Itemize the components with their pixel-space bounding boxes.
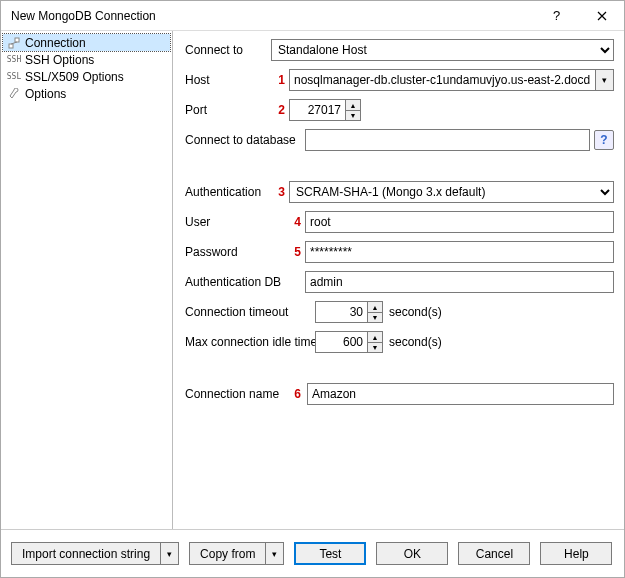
marker-1: 1 xyxy=(271,73,285,87)
import-dropdown-button[interactable]: ▾ xyxy=(161,542,179,565)
copy-from-button[interactable]: Copy from xyxy=(189,542,266,565)
sidebar: Connection SSH SSH Options SSL SSL/X509 … xyxy=(1,31,173,529)
marker-3: 3 xyxy=(271,185,285,199)
help-button[interactable]: Help xyxy=(540,542,612,565)
connect-to-label: Connect to xyxy=(185,43,271,57)
close-button[interactable] xyxy=(579,1,624,30)
password-input[interactable] xyxy=(305,241,614,263)
auth-label: Authentication xyxy=(185,185,271,199)
button-bar: Import connection string ▾ Copy from ▾ T… xyxy=(1,529,624,577)
content-area: Connection SSH SSH Options SSL SSL/X509 … xyxy=(1,31,624,529)
svg-rect-1 xyxy=(15,38,19,42)
connect-db-input[interactable] xyxy=(305,129,590,151)
sidebar-item-ssl[interactable]: SSL SSL/X509 Options xyxy=(3,68,170,85)
marker-5: 5 xyxy=(271,245,301,259)
wrench-icon xyxy=(7,87,21,101)
conn-timeout-label: Connection timeout xyxy=(185,305,315,319)
authdb-input[interactable] xyxy=(305,271,614,293)
host-input[interactable] xyxy=(289,69,596,91)
connect-db-label: Connect to database xyxy=(185,133,305,147)
idle-down-button[interactable]: ▼ xyxy=(367,342,383,353)
test-button[interactable]: Test xyxy=(294,542,366,565)
sidebar-item-label: SSL/X509 Options xyxy=(25,70,124,84)
svg-rect-0 xyxy=(9,44,13,48)
sidebar-item-label: Connection xyxy=(25,36,86,50)
connect-to-select[interactable]: Standalone Host xyxy=(271,39,614,61)
window-title: New MongoDB Connection xyxy=(11,9,534,23)
marker-2: 2 xyxy=(271,103,285,117)
seconds-unit: second(s) xyxy=(389,305,442,319)
marker-6: 6 xyxy=(289,387,301,401)
ssh-icon: SSH xyxy=(7,53,21,67)
port-input[interactable] xyxy=(289,99,345,121)
port-label: Port xyxy=(185,103,271,117)
idle-label: Max connection idle time xyxy=(185,335,335,349)
titlebar: New MongoDB Connection ? xyxy=(1,1,624,31)
titlebar-help-button[interactable]: ? xyxy=(534,1,579,30)
port-down-button[interactable]: ▼ xyxy=(345,110,361,121)
sidebar-item-options[interactable]: Options xyxy=(3,85,170,102)
copy-from-dropdown-button[interactable]: ▾ xyxy=(266,542,284,565)
password-label: Password xyxy=(185,245,271,259)
timeout-down-button[interactable]: ▼ xyxy=(367,312,383,323)
timeout-up-button[interactable]: ▲ xyxy=(367,301,383,312)
form-panel: Connect to Standalone Host Host 1 ▾ Port… xyxy=(173,31,624,529)
auth-select[interactable]: SCRAM-SHA-1 (Mongo 3.x default) xyxy=(289,181,614,203)
connection-icon xyxy=(7,36,21,50)
host-dropdown-button[interactable]: ▾ xyxy=(596,69,614,91)
host-label: Host xyxy=(185,73,271,87)
idle-input[interactable] xyxy=(315,331,367,353)
marker-4: 4 xyxy=(271,215,301,229)
sidebar-item-label: Options xyxy=(25,87,66,101)
conn-name-input[interactable] xyxy=(307,383,614,405)
port-stepper[interactable]: ▲ ▼ xyxy=(289,99,361,121)
sidebar-item-connection[interactable]: Connection xyxy=(3,34,170,51)
conn-timeout-stepper[interactable]: ▲ ▼ xyxy=(315,301,383,323)
port-up-button[interactable]: ▲ xyxy=(345,99,361,110)
user-input[interactable] xyxy=(305,211,614,233)
import-button[interactable]: Import connection string xyxy=(11,542,161,565)
sidebar-item-ssh[interactable]: SSH SSH Options xyxy=(3,51,170,68)
authdb-label: Authentication DB xyxy=(185,275,305,289)
user-label: User xyxy=(185,215,271,229)
conn-timeout-input[interactable] xyxy=(315,301,367,323)
ssl-icon: SSL xyxy=(7,70,21,84)
ok-button[interactable]: OK xyxy=(376,542,448,565)
idle-stepper[interactable]: ▲ ▼ xyxy=(315,331,383,353)
help-icon[interactable]: ? xyxy=(594,130,614,150)
conn-name-label: Connection name xyxy=(185,387,305,401)
cancel-button[interactable]: Cancel xyxy=(458,542,530,565)
close-icon xyxy=(597,11,607,21)
sidebar-item-label: SSH Options xyxy=(25,53,94,67)
idle-up-button[interactable]: ▲ xyxy=(367,331,383,342)
seconds-unit: second(s) xyxy=(389,335,442,349)
